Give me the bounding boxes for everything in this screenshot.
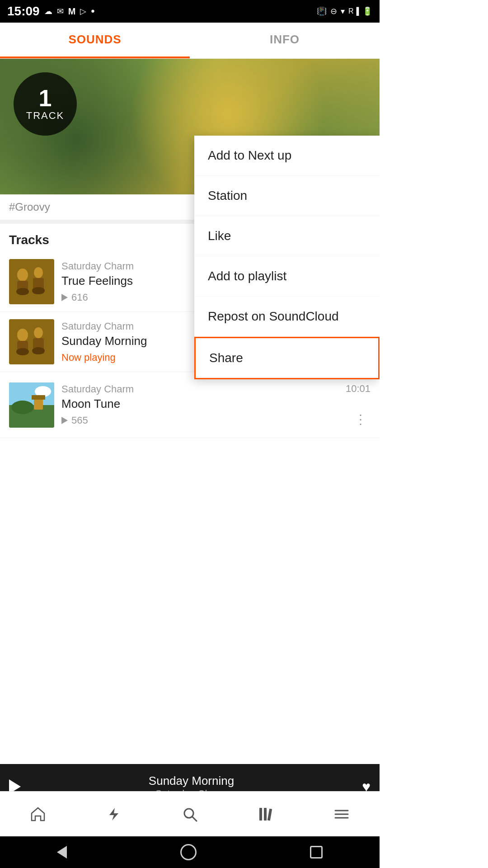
track-more-button[interactable] bbox=[351, 408, 371, 430]
track-art-musicians-2 bbox=[9, 319, 54, 364]
library-icon bbox=[258, 806, 274, 822]
track-info: Saturday Charm Moon Tune 565 bbox=[61, 383, 338, 426]
context-repost[interactable]: Repost on SoundCloud bbox=[194, 297, 380, 337]
track-artist: Saturday Charm bbox=[61, 383, 338, 395]
status-right: 📳 ⊖ ▾ R▐ 🔋 bbox=[317, 6, 372, 16]
list-item[interactable]: Saturday Charm Moon Tune 565 10:01 bbox=[0, 372, 380, 438]
nav-stream[interactable] bbox=[96, 796, 132, 832]
nav-search[interactable] bbox=[172, 796, 208, 832]
track-count-badge: 1 TRACK bbox=[14, 72, 77, 136]
track-count-number: 1 bbox=[39, 86, 52, 110]
soundcloud-icon: ☁ bbox=[44, 6, 52, 16]
dot-icon: • bbox=[91, 5, 94, 18]
search-icon bbox=[182, 806, 198, 822]
status-time: 15:09 bbox=[7, 4, 40, 19]
svg-rect-24 bbox=[259, 808, 262, 821]
play-count: 616 bbox=[71, 292, 88, 303]
context-menu: Add to Next up Station Like Add to playl… bbox=[194, 136, 380, 379]
track-duration: 10:01 bbox=[346, 379, 371, 395]
track-thumbnail bbox=[9, 382, 54, 428]
tab-sounds[interactable]: SOUNDS bbox=[0, 23, 190, 58]
context-add-next[interactable]: Add to Next up bbox=[194, 136, 380, 176]
recents-button[interactable] bbox=[310, 846, 323, 859]
svg-point-9 bbox=[34, 327, 43, 338]
svg-rect-7 bbox=[9, 319, 54, 364]
track-thumbnail bbox=[9, 259, 54, 304]
bottom-nav bbox=[0, 791, 380, 836]
nav-menu[interactable] bbox=[324, 796, 360, 832]
context-station[interactable]: Station bbox=[194, 176, 380, 216]
track-thumbnail bbox=[9, 319, 54, 364]
svg-rect-20 bbox=[32, 395, 45, 400]
svg-marker-21 bbox=[109, 808, 118, 821]
recents-icon bbox=[310, 846, 323, 859]
context-like[interactable]: Like bbox=[194, 216, 380, 256]
status-left: 15:09 ☁ ✉ M ▷ • bbox=[7, 4, 95, 19]
tabs: SOUNDS INFO bbox=[0, 23, 380, 59]
menu-icon bbox=[333, 806, 350, 822]
play-count: 565 bbox=[71, 415, 88, 426]
svg-point-6 bbox=[32, 287, 45, 294]
svg-point-12 bbox=[16, 348, 29, 355]
track-count-label: TRACK bbox=[26, 110, 65, 122]
context-share[interactable]: Share bbox=[194, 337, 380, 379]
gmail-icon: ✉ bbox=[57, 6, 64, 16]
signal-icon: R▐ bbox=[348, 7, 359, 15]
svg-point-13 bbox=[32, 347, 45, 354]
track-art-musicians bbox=[9, 259, 54, 304]
svg-point-5 bbox=[16, 288, 29, 295]
back-icon bbox=[57, 846, 67, 859]
battery-icon: 🔋 bbox=[362, 6, 372, 16]
play-count-icon bbox=[61, 294, 68, 301]
context-add-playlist[interactable]: Add to playlist bbox=[194, 256, 380, 297]
track-plays: 565 bbox=[61, 415, 338, 426]
vibrate-icon: 📳 bbox=[317, 6, 327, 16]
play-count-icon bbox=[61, 417, 68, 424]
back-button[interactable] bbox=[57, 846, 67, 859]
svg-point-2 bbox=[34, 267, 43, 278]
status-bar: 15:09 ☁ ✉ M ▷ • 📳 ⊖ ▾ R▐ 🔋 bbox=[0, 0, 380, 23]
nav-home[interactable] bbox=[20, 796, 56, 832]
pushbullet-icon: ▷ bbox=[80, 6, 86, 16]
dnd-icon: ⊖ bbox=[330, 6, 337, 16]
home-sys-icon bbox=[180, 844, 197, 860]
svg-rect-0 bbox=[9, 259, 54, 304]
nav-library[interactable] bbox=[248, 796, 284, 832]
lightning-icon bbox=[106, 806, 122, 822]
svg-point-1 bbox=[17, 269, 28, 281]
svg-line-23 bbox=[192, 816, 197, 821]
medium-icon: M bbox=[68, 6, 76, 17]
svg-rect-25 bbox=[264, 808, 267, 821]
wifi-icon: ▾ bbox=[341, 6, 345, 16]
track-title: Moon Tune bbox=[61, 397, 338, 411]
system-nav bbox=[0, 836, 380, 868]
track-art-landscape bbox=[9, 382, 54, 428]
now-playing-title: Sunday Morning bbox=[28, 774, 355, 788]
svg-point-18 bbox=[11, 401, 34, 414]
svg-rect-26 bbox=[267, 808, 272, 821]
tab-info[interactable]: INFO bbox=[190, 23, 380, 58]
home-button[interactable] bbox=[180, 844, 197, 860]
svg-point-8 bbox=[17, 329, 28, 341]
home-icon bbox=[30, 806, 46, 822]
